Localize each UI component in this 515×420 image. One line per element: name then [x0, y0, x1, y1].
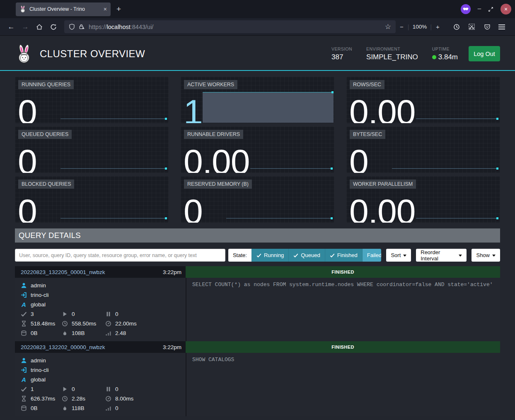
- chevron-down-icon: [459, 255, 462, 257]
- sparkline-area: [203, 92, 334, 123]
- window-titlebar: Cluster Overview - Trino × + – ×: [0, 0, 515, 18]
- stat-label: RUNNABLE DRIVERS: [184, 130, 243, 139]
- elapsed-time: 558.50ms: [72, 320, 96, 327]
- queued-splits-icon: [105, 311, 111, 317]
- stat-label: RUNNING QUERIES: [18, 80, 74, 89]
- query-sql-text: SHOW CATALOGS: [186, 353, 500, 416]
- queued-splits: 0: [115, 386, 118, 392]
- query-info: admin trino-cli Aglobal 1 0 0 626.37ms 2…: [15, 353, 186, 416]
- filter-label: Queued: [301, 252, 320, 258]
- page-title: CLUSTER OVERVIEW: [40, 48, 145, 60]
- sparkline: [60, 119, 167, 119]
- tab-close-icon[interactable]: ×: [104, 6, 107, 12]
- url-text: https://localhost:8443/ui/: [89, 24, 153, 30]
- queued-splits: 0: [115, 311, 118, 317]
- version-info: VERSION 387: [331, 46, 352, 61]
- queued-splits-icon: [105, 386, 111, 392]
- user-icon: [21, 357, 27, 364]
- query-id-link[interactable]: 20220823_132202_00000_nwbzk: [15, 344, 105, 350]
- query-card: 20220823_132205_00001_nwbzk 3:22pm admin…: [15, 266, 500, 341]
- query-header: 20220823_132205_00001_nwbzk 3:22pm: [15, 266, 186, 278]
- history-clock-icon[interactable]: [450, 24, 464, 30]
- peak-memory: 108B: [72, 330, 85, 336]
- uptime-value: 3.84m: [438, 53, 458, 61]
- menu-button[interactable]: [498, 23, 505, 31]
- zoom-out-button[interactable]: −: [396, 23, 408, 30]
- stat-value: 0.00: [184, 144, 250, 173]
- url-protocol: https://: [89, 24, 107, 30]
- back-button[interactable]: ←: [4, 23, 18, 31]
- query-source: trino-cli: [31, 367, 49, 373]
- new-tab-button[interactable]: +: [116, 5, 121, 14]
- stat-card-active-workers: ACTIVE WORKERS 1: [181, 77, 334, 123]
- minimize-button[interactable]: –: [478, 5, 481, 12]
- query-state-badge: FINISHED: [186, 266, 500, 278]
- user-icon: [21, 282, 27, 289]
- sparkline: [392, 168, 498, 169]
- trino-favicon: [19, 5, 26, 13]
- filter-label: Running: [264, 252, 284, 258]
- running-splits: 0: [72, 311, 75, 317]
- lock-warning-icon[interactable]: [79, 24, 85, 30]
- reload-button[interactable]: [46, 24, 60, 30]
- tracking-shield-icon[interactable]: [69, 24, 75, 30]
- stat-value: 0: [18, 95, 37, 123]
- zoom-level[interactable]: 100%: [409, 24, 430, 30]
- show-label: Show: [476, 252, 490, 258]
- current-memory: 0B: [31, 330, 38, 336]
- filter-label: Finished: [337, 252, 358, 258]
- stat-label: ACTIVE WORKERS: [184, 80, 237, 89]
- url-path: :8443/ui/: [131, 24, 154, 30]
- cpu-time-icon: [105, 320, 111, 327]
- query-details-header: QUERY DETAILS: [15, 228, 500, 243]
- stat-card-worker-parallelism: WORKER PARALLELISM 0.00: [346, 176, 500, 223]
- cpu-time: 8.00ms: [115, 396, 133, 402]
- forward-button[interactable]: →: [18, 23, 32, 31]
- elapsed-time: 2.28s: [72, 396, 85, 402]
- query-resource-group: global: [31, 301, 46, 308]
- running-splits-icon: [62, 386, 68, 392]
- stat-value: 0.00: [349, 95, 416, 123]
- wall-time-icon: [21, 320, 27, 327]
- query-id-link[interactable]: 20220823_132205_00001_nwbzk: [15, 269, 105, 275]
- sort-dropdown[interactable]: Sort: [386, 249, 411, 262]
- source-icon: [21, 292, 27, 298]
- version-value: 387: [331, 53, 352, 61]
- filter-failed-dropdown[interactable]: Failed: [362, 249, 382, 262]
- check-icon: [330, 253, 335, 258]
- check-icon: [293, 253, 298, 258]
- check-icon: [256, 253, 261, 258]
- show-dropdown[interactable]: Show: [471, 249, 500, 262]
- restore-window-button[interactable]: [488, 7, 493, 12]
- sort-label: Sort: [391, 252, 401, 258]
- reorder-interval-dropdown[interactable]: Reorder Interval: [416, 249, 467, 262]
- tab-title: Cluster Overview - Trino: [29, 6, 85, 12]
- screenshot-icon[interactable]: [465, 23, 479, 30]
- stat-label: ROWS/SEC: [350, 80, 384, 89]
- sparkline: [250, 168, 332, 169]
- stat-card-reserved-memory: RESERVED MEMORY (B) 0: [181, 176, 334, 223]
- filter-queued-button[interactable]: Queued: [288, 249, 324, 262]
- pocket-icon[interactable]: [480, 24, 494, 30]
- wall-time: 626.37ms: [31, 396, 55, 402]
- version-label: VERSION: [331, 46, 352, 51]
- completed-splits-icon: [21, 311, 27, 317]
- close-window-button[interactable]: ×: [500, 4, 511, 15]
- completed-splits: 1: [31, 386, 34, 392]
- elapsed-time-icon: [62, 320, 68, 327]
- filter-finished-button[interactable]: Finished: [325, 249, 362, 262]
- stat-card-runnable-drivers: RUNNABLE DRIVERS 0.00: [181, 126, 334, 173]
- browser-tab[interactable]: Cluster Overview - Trino ×: [16, 2, 111, 16]
- query-toolbar: State: Running Queued Finished Failed So…: [15, 249, 500, 262]
- query-search-input[interactable]: [15, 249, 225, 262]
- query-header: 20220823_132202_00000_nwbzk 3:22pm: [15, 341, 186, 353]
- logout-button[interactable]: Log Out: [469, 46, 500, 61]
- query-user: admin: [31, 357, 46, 364]
- zoom-in-button[interactable]: +: [432, 23, 444, 30]
- stat-value: 0: [18, 194, 37, 223]
- bookmark-star-icon[interactable]: ☆: [385, 22, 391, 31]
- url-bar[interactable]: https://localhost:8443/ui/ ☆: [64, 20, 396, 33]
- home-button[interactable]: [32, 24, 46, 30]
- filter-running-button[interactable]: Running: [251, 249, 288, 262]
- environment-value: SIMPLE_TRINO: [366, 53, 418, 61]
